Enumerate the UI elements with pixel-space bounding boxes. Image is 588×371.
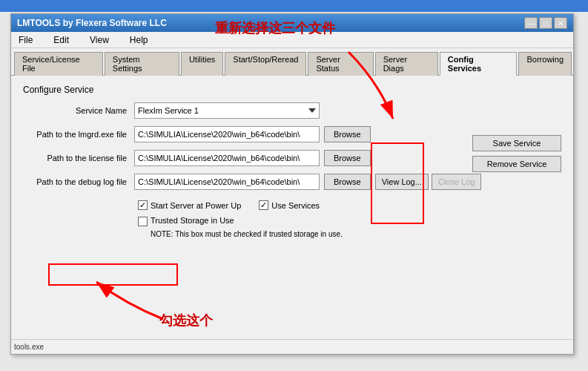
debug-log-row: Path to the debug log file Browse View L… bbox=[23, 174, 561, 190]
tab-bar: Service/License File System Settings Uti… bbox=[11, 48, 573, 76]
tab-system-settings[interactable]: System Settings bbox=[105, 52, 179, 76]
use-services-checkmark: ✓ bbox=[259, 200, 268, 210]
save-service-button[interactable]: Save Service bbox=[472, 135, 561, 151]
minimize-button[interactable]: — bbox=[524, 17, 538, 29]
title-bar: LMTOOLS by Flexera Software LLC — □ ✕ bbox=[11, 14, 573, 32]
content-area: Configure Service Service Name FlexIm Se… bbox=[11, 76, 573, 249]
tab-server-status[interactable]: Server Status bbox=[308, 52, 373, 76]
tab-server-diags[interactable]: Server Diags bbox=[375, 52, 438, 76]
service-name-select[interactable]: FlexIm Service 1 bbox=[134, 102, 320, 119]
service-name-row: Service Name FlexIm Service 1 bbox=[23, 102, 561, 119]
remove-service-button[interactable]: Remove Service bbox=[472, 156, 561, 172]
trusted-storage-checkmark bbox=[138, 217, 148, 226]
tab-borrowing[interactable]: Borrowing bbox=[518, 52, 572, 76]
main-window: LMTOOLS by Flexera Software LLC — □ ✕ Fi… bbox=[10, 13, 574, 355]
use-services-checkbox-label[interactable]: ✓ Use Services bbox=[259, 200, 320, 210]
menu-edit[interactable]: Edit bbox=[49, 33, 73, 47]
trusted-storage-note: NOTE: This box must be checked if truste… bbox=[151, 229, 343, 240]
tab-utilities[interactable]: Utilities bbox=[181, 52, 223, 76]
debug-browse-button[interactable]: Browse bbox=[324, 174, 371, 190]
start-server-checkmark: ✓ bbox=[138, 200, 148, 210]
right-action-buttons: Save Service Remove Service bbox=[472, 135, 561, 172]
log-buttons: View Log... Close Log bbox=[375, 174, 482, 190]
license-browse-button[interactable]: Browse bbox=[324, 150, 371, 166]
use-services-label: Use Services bbox=[271, 201, 320, 210]
tab-service-license[interactable]: Service/License File bbox=[14, 52, 103, 76]
window-controls: — □ ✕ bbox=[524, 17, 567, 29]
tab-start-stop[interactable]: Start/Stop/Reread bbox=[225, 52, 306, 76]
close-log-button[interactable]: Close Log bbox=[432, 174, 482, 190]
status-text: tools.exe bbox=[14, 343, 44, 351]
trusted-storage-label: Trusted Storage in Use bbox=[151, 216, 234, 225]
view-log-button[interactable]: View Log... bbox=[375, 174, 429, 190]
tab-config-services[interactable]: Config Services bbox=[440, 52, 518, 76]
menu-view[interactable]: View bbox=[85, 33, 113, 47]
license-label: Path to the license file bbox=[23, 154, 127, 162]
section-label: Configure Service bbox=[23, 85, 561, 95]
checkbox-row: ✓ Start Server at Power Up ✓ Use Service… bbox=[23, 200, 561, 210]
debug-input[interactable] bbox=[134, 174, 320, 190]
menu-file[interactable]: File bbox=[14, 33, 37, 47]
lmgrd-label: Path to the lmgrd.exe file bbox=[23, 130, 127, 139]
lmgrd-browse-button[interactable]: Browse bbox=[324, 126, 371, 142]
trusted-storage-section: Trusted Storage in Use NOTE: This box mu… bbox=[23, 216, 561, 240]
lmgrd-input[interactable] bbox=[134, 126, 320, 142]
close-button[interactable]: ✕ bbox=[554, 17, 567, 29]
status-bar: tools.exe bbox=[11, 339, 573, 354]
menu-bar: File Edit View Help bbox=[11, 32, 573, 48]
window-title: LMTOOLS by Flexera Software LLC bbox=[17, 18, 167, 28]
menu-help[interactable]: Help bbox=[125, 33, 153, 47]
debug-label: Path to the debug log file bbox=[23, 177, 127, 186]
service-name-label: Service Name bbox=[23, 106, 127, 115]
trusted-storage-item: Trusted Storage in Use bbox=[138, 216, 561, 226]
license-input[interactable] bbox=[134, 150, 320, 166]
maximize-button[interactable]: □ bbox=[539, 17, 552, 29]
start-server-label: Start Server at Power Up bbox=[151, 201, 241, 210]
start-server-checkbox-label[interactable]: ✓ Start Server at Power Up bbox=[138, 200, 241, 210]
